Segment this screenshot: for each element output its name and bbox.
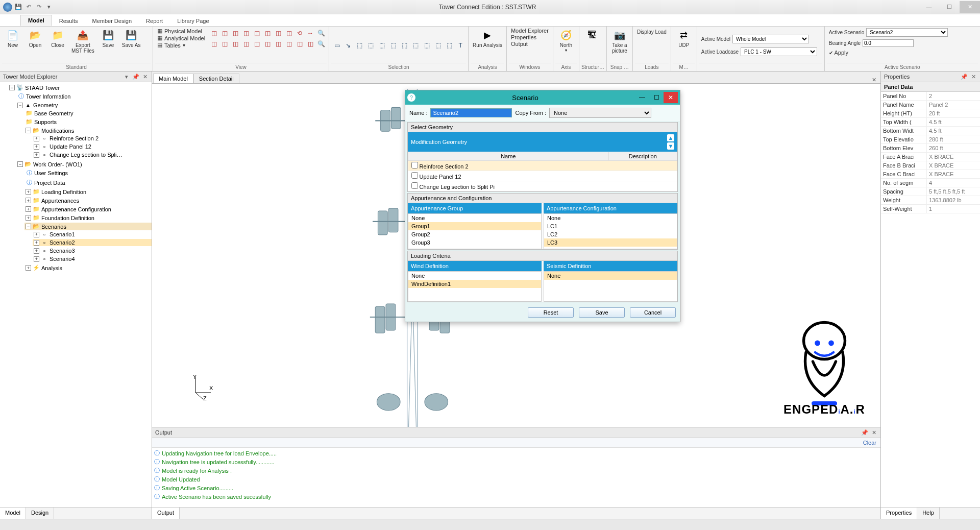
tree-scenario3[interactable]: Scenario3 bbox=[50, 248, 75, 254]
view-icon[interactable]: ⟲ bbox=[295, 29, 304, 38]
model-tree[interactable]: −📡STAAD Tower ⓘTower Information −▲Geome… bbox=[0, 82, 152, 507]
tree-expand-icon[interactable]: + bbox=[34, 144, 39, 150]
view-icon[interactable]: ◫ bbox=[220, 29, 229, 38]
seismic-def-list[interactable]: None bbox=[544, 271, 677, 302]
display-load-button[interactable]: Display Load bbox=[635, 28, 669, 36]
props-pin-icon[interactable]: 📌 bbox=[961, 73, 968, 80]
dialog-minimize-button[interactable]: — bbox=[635, 92, 649, 103]
dialog-save-button[interactable]: Save bbox=[579, 307, 625, 318]
tab-library-page[interactable]: Library Page bbox=[170, 16, 216, 26]
list-item[interactable]: WindDefinition1 bbox=[408, 280, 541, 288]
tree-expand-icon[interactable]: + bbox=[26, 198, 31, 203]
tab-results[interactable]: Results bbox=[52, 16, 85, 26]
pane-pin-icon[interactable]: 📌 bbox=[132, 73, 139, 80]
maximize-button[interactable]: ☐ bbox=[939, 1, 960, 13]
property-row[interactable]: Panel NamePanel 2 bbox=[881, 101, 980, 109]
tab-section-detail[interactable]: Section Detail bbox=[193, 74, 239, 83]
analytical-model-toggle[interactable]: ▦Analytical Model bbox=[157, 35, 205, 41]
udp-button[interactable]: ⇄UDP bbox=[673, 28, 695, 49]
property-row[interactable]: Bottom Widt4.5 ft bbox=[881, 127, 980, 135]
close-button[interactable]: ✕ bbox=[960, 1, 980, 13]
select-icon[interactable]: ⬚ bbox=[400, 41, 409, 50]
view-icon[interactable]: ◫ bbox=[220, 39, 229, 49]
property-row[interactable]: Panel No2 bbox=[881, 92, 980, 101]
output-close-icon[interactable]: ✕ bbox=[870, 429, 877, 436]
tree-collapse-icon[interactable]: − bbox=[26, 224, 31, 229]
tree-change-leg[interactable]: Change Leg section to Spli… bbox=[50, 152, 122, 158]
view-icon[interactable]: ◫ bbox=[263, 39, 272, 49]
tree-expand-icon[interactable]: + bbox=[34, 240, 39, 246]
reset-button[interactable]: Reset bbox=[528, 307, 574, 318]
scenario-name-input[interactable] bbox=[430, 108, 512, 117]
mod-row[interactable]: Change Leg section to Split Pi bbox=[408, 181, 609, 191]
view-icon[interactable]: ◫ bbox=[252, 29, 261, 38]
list-item[interactable]: None bbox=[408, 214, 541, 222]
tree-collapse-icon[interactable]: − bbox=[17, 161, 23, 167]
view-icon[interactable]: ◫ bbox=[274, 29, 283, 38]
tree-foundation[interactable]: Foundation Definition bbox=[41, 215, 94, 221]
tree-reinforce[interactable]: Reinforce Section 2 bbox=[50, 135, 99, 141]
property-row[interactable]: Top Elevatio280 ft bbox=[881, 135, 980, 144]
view-icon[interactable]: ◫ bbox=[295, 39, 304, 49]
tree-scenario1[interactable]: Scenario1 bbox=[50, 231, 75, 237]
tree-project-data[interactable]: Project Data bbox=[34, 180, 65, 186]
explorer-tab-model[interactable]: Model bbox=[0, 508, 26, 519]
tree-expand-icon[interactable]: + bbox=[34, 152, 39, 158]
props-tab-properties[interactable]: Properties bbox=[881, 508, 917, 519]
mod-row[interactable]: Reinforce Section 2 bbox=[408, 161, 609, 171]
select-icon[interactable]: ⬚ bbox=[422, 41, 431, 50]
view-icon[interactable]: ◫ bbox=[209, 39, 218, 49]
qat-dropdown-icon[interactable]: ▾ bbox=[45, 3, 53, 11]
new-button[interactable]: 📄New bbox=[2, 28, 23, 49]
select-icon[interactable]: ⬚ bbox=[433, 41, 443, 50]
tree-expand-icon[interactable]: + bbox=[34, 248, 39, 254]
active-model-select[interactable]: Whole Model bbox=[732, 35, 809, 43]
tree-analysis[interactable]: Analysis bbox=[41, 265, 62, 271]
mod-check[interactable] bbox=[411, 162, 418, 168]
properties-toggle[interactable]: Properties bbox=[511, 34, 549, 40]
property-row[interactable]: Top Width (4.5 ft bbox=[881, 118, 980, 127]
output-clear-button[interactable]: Clear bbox=[152, 438, 880, 448]
select-icon[interactable]: ⬚ bbox=[377, 41, 386, 50]
tab-report[interactable]: Report bbox=[139, 16, 170, 26]
view-icon[interactable]: ◫ bbox=[274, 39, 283, 49]
tree-loading-def[interactable]: Loading Definition bbox=[41, 189, 86, 195]
property-row[interactable]: Height (HT)20 ft bbox=[881, 109, 980, 118]
view-icon[interactable]: ◫ bbox=[209, 29, 218, 38]
list-item[interactable]: Group3 bbox=[408, 238, 541, 247]
mod-check[interactable] bbox=[411, 182, 418, 189]
appurtenance-conf-list[interactable]: None LC1 LC2 LC3 bbox=[544, 213, 677, 249]
minimize-button[interactable]: — bbox=[919, 1, 939, 13]
appurtenance-group-list[interactable]: None Group1 Group2 Group3 bbox=[408, 213, 542, 249]
view-icon[interactable]: ◫ bbox=[231, 29, 240, 38]
property-row[interactable]: Self-Weight1 bbox=[881, 205, 980, 213]
tree-scenario2[interactable]: Scenario2 bbox=[50, 239, 75, 246]
view-icon[interactable]: ◫ bbox=[241, 29, 251, 38]
select-icon[interactable]: ↘ bbox=[344, 41, 353, 50]
list-item[interactable]: None bbox=[544, 214, 677, 222]
properties-grid[interactable]: Panel Data Panel No2Panel NamePanel 2Hei… bbox=[881, 82, 980, 507]
output-tab[interactable]: Output bbox=[152, 508, 180, 519]
select-icon[interactable]: ⬚ bbox=[366, 41, 375, 50]
qat-undo-icon[interactable]: ↶ bbox=[24, 3, 33, 11]
physical-model-toggle[interactable]: ▦Physical Model bbox=[157, 28, 205, 34]
tree-tower-info[interactable]: Tower Information bbox=[26, 93, 70, 100]
tree-modifications[interactable]: Modifications bbox=[41, 128, 74, 134]
open-button[interactable]: 📂Open bbox=[24, 28, 46, 49]
props-close-icon[interactable]: ✕ bbox=[970, 73, 977, 80]
props-tab-help[interactable]: Help bbox=[917, 508, 940, 519]
dialog-titlebar[interactable]: ? Scenario — ☐ ✕ bbox=[405, 90, 680, 105]
tree-expand-icon[interactable]: + bbox=[34, 136, 39, 141]
tree-scenario4[interactable]: Scenario4 bbox=[50, 256, 75, 262]
saveas-button[interactable]: 💾Save As bbox=[120, 28, 143, 49]
property-row[interactable]: Face C BraciX BRACE bbox=[881, 170, 980, 179]
tree-expand-icon[interactable]: + bbox=[34, 256, 39, 262]
property-row[interactable]: Face A BraciX BRACE bbox=[881, 153, 980, 161]
list-item[interactable]: LC3 bbox=[544, 238, 677, 247]
wind-def-list[interactable]: None WindDefinition1 bbox=[408, 271, 542, 302]
export-mst-button[interactable]: 📤Export MST Files bbox=[69, 28, 96, 55]
tree-scenarios[interactable]: Scenarios bbox=[41, 224, 66, 230]
active-loadcase-select[interactable]: PLC 1 - SW bbox=[741, 47, 817, 56]
property-row[interactable]: Weight1363.8802 lb bbox=[881, 196, 980, 205]
north-button[interactable]: 🧭North▾ bbox=[555, 28, 577, 54]
